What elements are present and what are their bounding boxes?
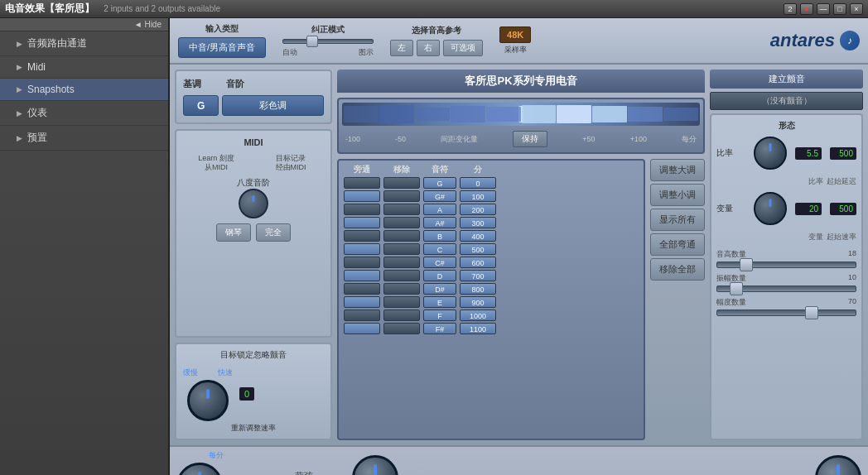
- target-box: 目标锁定忽略颤音 缓慢 快速 0 重新调整速率: [175, 343, 332, 440]
- adjust-minor-button[interactable]: 调整小调: [650, 184, 705, 206]
- learn-item: Learn 刻度 从MIDI: [183, 154, 249, 172]
- note-row[interactable]: [344, 309, 380, 321]
- pitch-unit: 每分: [682, 134, 697, 145]
- adjust-major-button[interactable]: 调整大调: [650, 159, 705, 181]
- pitch-meter: [342, 103, 700, 126]
- sample-rate-section: 48K 采样率: [499, 26, 531, 55]
- sidebar-item-label: 仪表: [27, 106, 47, 120]
- rate-label: 比率: [716, 147, 745, 159]
- note-row[interactable]: [383, 270, 420, 281]
- correction-slider[interactable]: [282, 39, 374, 44]
- maximize-btn[interactable]: □: [833, 3, 846, 15]
- correction-display-label: 图示: [359, 47, 374, 58]
- show-all-button[interactable]: 显示所有: [650, 209, 705, 231]
- note-row[interactable]: [383, 257, 420, 268]
- pitch-left-button[interactable]: 左: [390, 40, 413, 56]
- synth-title: 客所思PK系列专用电音: [337, 70, 705, 93]
- formant-shape-label: 形态: [716, 120, 856, 132]
- middle-column: 客所思PK系列专用电音: [337, 70, 705, 440]
- logo-btn[interactable]: 2: [784, 3, 797, 15]
- note-row[interactable]: [344, 270, 380, 281]
- sidebar-item-label: Snapshots: [27, 84, 75, 95]
- pitch-right-button[interactable]: 右: [417, 40, 440, 56]
- remove-all-button[interactable]: 移除全部: [650, 258, 705, 281]
- minimize-btn[interactable]: —: [817, 3, 830, 15]
- sidebar-item-midi[interactable]: ▶ Midi: [0, 56, 168, 79]
- note-row[interactable]: [383, 217, 420, 228]
- close-btn[interactable]: ×: [850, 3, 863, 15]
- title-bar: 电音效果【客所思】 2 inputs and 2 outputs availab…: [0, 0, 868, 18]
- arrow-icon: ▶: [17, 63, 22, 71]
- note-row[interactable]: [344, 323, 380, 334]
- main-panel: 输入类型 中音/男高音声音 纠正模式 自动 图示 选择音高参考 左 右 可选项: [170, 18, 868, 475]
- note-row[interactable]: [344, 204, 380, 215]
- right-column: 建立颤音 （没有颤音） 形态 比率 5.5 500 比率 起始延迟: [710, 70, 863, 440]
- amp-count-slider[interactable]: [716, 285, 856, 292]
- note-row[interactable]: [344, 283, 380, 295]
- header-bypass: 旁通: [344, 164, 380, 175]
- note-row[interactable]: [344, 243, 380, 255]
- note-row[interactable]: [344, 217, 380, 228]
- octave-knob[interactable]: [239, 189, 268, 218]
- note-name-cell: F#: [423, 323, 456, 334]
- note-row[interactable]: [344, 257, 380, 268]
- sidebar-item-label: Midi: [27, 61, 46, 73]
- note-adjust-knob[interactable]: [176, 463, 223, 475]
- scale-button[interactable]: 彩色调: [222, 95, 324, 116]
- piano-button[interactable]: 钢琴: [216, 223, 251, 242]
- key-button[interactable]: G: [183, 95, 219, 116]
- note-row[interactable]: [383, 190, 420, 202]
- sidebar-item-snapshots[interactable]: ▶ Snapshots: [0, 79, 168, 101]
- note-row[interactable]: [383, 283, 420, 295]
- cents-cell: 1000: [460, 309, 496, 321]
- note-row[interactable]: [383, 296, 420, 308]
- variation-val: 20: [795, 203, 822, 215]
- variation-knob[interactable]: [754, 192, 787, 225]
- sidebar-item-meter[interactable]: ▶ 仪表: [0, 101, 168, 126]
- scale-area: 旁通 移除 音符 分: [337, 159, 705, 440]
- note-row[interactable]: [344, 190, 380, 202]
- arrow-icon: ▶: [17, 40, 22, 48]
- humanize-knob[interactable]: [352, 455, 398, 475]
- cents-cell: 900: [460, 296, 496, 308]
- width-count-slider[interactable]: [716, 309, 856, 316]
- sample-rate-display: 48K: [499, 26, 531, 43]
- input-type-section: 输入类型 中音/男高音声音: [178, 23, 266, 58]
- sidebar-item-preset[interactable]: ▶ 预置: [0, 126, 168, 151]
- antares-logo: antares ♪: [770, 30, 860, 51]
- note-row[interactable]: [344, 177, 380, 189]
- note-row[interactable]: [383, 204, 420, 215]
- midi-buttons: 钢琴 完全: [183, 223, 324, 242]
- note-row[interactable]: [383, 323, 420, 334]
- note-row[interactable]: [344, 230, 380, 242]
- cents-cell: 600: [460, 257, 496, 268]
- all-pass-button[interactable]: 全部弯通: [650, 233, 705, 256]
- hide-button[interactable]: ◄ Hide: [0, 18, 168, 31]
- sidebar-item-audio-routing[interactable]: ▶ 音频路由通道: [0, 31, 168, 56]
- full-button[interactable]: 完全: [256, 223, 291, 242]
- cents-cell: 300: [460, 217, 496, 228]
- humanize-group: 0 人性化: [352, 455, 398, 475]
- note-name-cell: B: [423, 230, 456, 242]
- input-type-button[interactable]: 中音/男高音声音: [178, 37, 266, 58]
- speed-labels: 缓慢 快速: [183, 367, 233, 378]
- note-row[interactable]: [383, 177, 420, 189]
- pitch-options-button[interactable]: 可选项: [443, 40, 483, 56]
- speed-knob-group: 缓慢 快速: [183, 366, 233, 421]
- target-record-item: 目标记录 经由MIDI: [258, 154, 324, 172]
- hold-button[interactable]: 保持: [513, 131, 547, 147]
- natural-formant-knob[interactable]: [815, 455, 861, 475]
- note-row[interactable]: [344, 296, 380, 308]
- note-row[interactable]: [383, 243, 420, 255]
- start-rate-val: 500: [830, 203, 856, 215]
- record-btn[interactable]: ●: [800, 3, 813, 15]
- pitch-val-neg100: -100: [345, 135, 360, 143]
- note-name-cell: G#: [423, 190, 456, 202]
- note-row[interactable]: [383, 230, 420, 242]
- note-row[interactable]: [383, 309, 420, 321]
- pitch-count-slider[interactable]: [716, 261, 856, 268]
- vibrato-freq-label: 蒜弦: [295, 470, 313, 476]
- note-adjust-label-row: 每分: [209, 450, 224, 461]
- speed-knob[interactable]: [187, 380, 229, 421]
- rate-knob[interactable]: [754, 137, 787, 170]
